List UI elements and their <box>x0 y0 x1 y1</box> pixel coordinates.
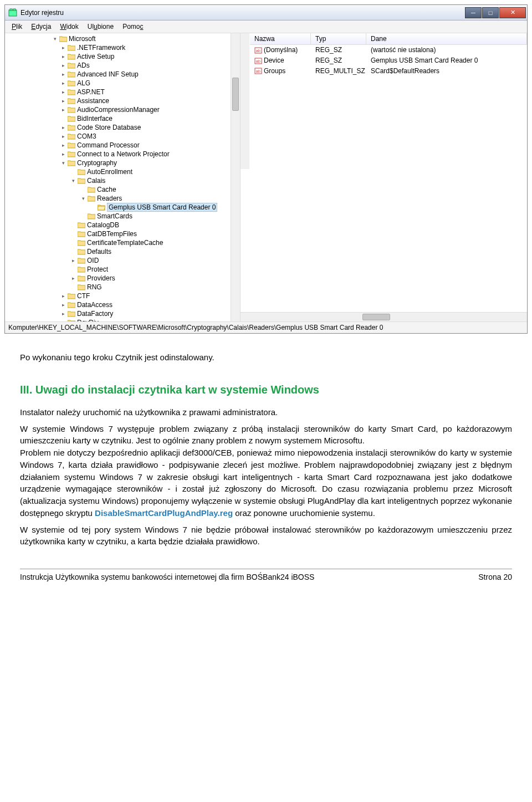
tree-expander-icon[interactable]: ▸ <box>60 320 66 322</box>
section-heading: III. Uwagi do instalacji czytnika kart w… <box>20 384 512 396</box>
tree-expander-icon <box>70 231 76 237</box>
tree-expander-icon <box>60 116 66 122</box>
tree-node[interactable]: ▾Cryptography <box>5 159 240 167</box>
tree-node[interactable]: ▸Command Processor <box>5 141 240 150</box>
tree-node[interactable]: Protect <box>5 265 240 274</box>
tree-node[interactable]: Defaults <box>5 247 240 256</box>
menu-pomoc[interactable]: Pomoc <box>118 22 147 32</box>
tree-node-label: DataFactory <box>77 310 113 318</box>
list-hscroll[interactable] <box>241 312 527 321</box>
menu-widok[interactable]: Widok <box>55 22 83 32</box>
svg-rect-0 <box>9 10 17 16</box>
tree-node[interactable]: ▸ALG <box>5 79 240 88</box>
tree-node-label: COM3 <box>77 132 96 140</box>
tree-expander-icon <box>70 284 76 290</box>
tree-expander-icon[interactable]: ▸ <box>60 125 66 131</box>
col-type[interactable]: Typ <box>311 33 366 44</box>
col-data[interactable]: Dane <box>366 33 527 44</box>
tree-node[interactable]: CatDBTempFiles <box>5 229 240 238</box>
tree-expander-icon[interactable]: ▾ <box>70 178 76 184</box>
folder-icon <box>88 195 95 202</box>
folder-icon <box>78 168 85 175</box>
list-row[interactable]: ab(Domyślna)REG_SZ(wartość nie ustalona) <box>250 45 527 55</box>
tree-node[interactable]: ▸DataFactory <box>5 309 240 318</box>
tree-node[interactable]: AutoEnrollment <box>5 167 240 176</box>
list-row[interactable]: abDeviceREG_SZGemplus USB Smart Card Rea… <box>250 55 527 66</box>
tree-expander-icon[interactable]: ▸ <box>60 71 66 78</box>
tree-expander-icon[interactable]: ▸ <box>60 45 66 51</box>
tree-node[interactable]: ▾Readers <box>5 194 240 203</box>
tree-node[interactable]: ▸Advanced INF Setup <box>5 70 240 79</box>
tree-node[interactable]: ▸CTF <box>5 292 240 300</box>
tree-expander-icon[interactable]: ▸ <box>60 89 66 95</box>
document-body: Po wykonaniu tego kroku Czytnik jest odi… <box>0 338 532 559</box>
tree-expander-icon[interactable]: ▸ <box>60 293 66 299</box>
tree-node[interactable]: RNG <box>5 283 240 292</box>
folder-icon <box>88 186 95 193</box>
tree-pane[interactable]: ▾Microsoft▸.NETFramework▸Active Setup▸AD… <box>5 33 241 321</box>
col-name[interactable]: Nazwa <box>250 33 311 44</box>
folder-icon <box>78 284 85 290</box>
tree-node[interactable]: Gemplus USB Smart Card Reader 0 <box>5 203 240 212</box>
tree-node-label: ALG <box>77 79 90 87</box>
tree-node[interactable]: ▾Microsoft <box>5 34 240 43</box>
tree-node[interactable]: ▸DevDiv <box>5 318 240 321</box>
list-row[interactable]: abGroupsREG_MULTI_SZSCard$DefaultReaders <box>250 66 527 76</box>
folder-icon <box>88 213 95 219</box>
tree-expander-icon[interactable]: ▸ <box>60 80 66 86</box>
tree-expander-icon[interactable]: ▸ <box>70 275 76 282</box>
tree-node[interactable]: ▸Code Store Database <box>5 123 240 132</box>
tree-node[interactable]: ▸ASP.NET <box>5 88 240 96</box>
tree-node[interactable]: ▸Providers <box>5 274 240 283</box>
minimize-button[interactable]: ─ <box>465 7 482 18</box>
tree-expander-icon[interactable]: ▸ <box>60 63 66 69</box>
tree-node[interactable]: ▸COM3 <box>5 132 240 141</box>
tree-node[interactable]: CertificateTemplateCache <box>5 238 240 247</box>
tree-expander-icon[interactable]: ▸ <box>60 107 66 113</box>
menu-ulubione[interactable]: Ulubione <box>83 22 118 32</box>
tree-expander-icon[interactable]: ▸ <box>60 134 66 140</box>
tree-node-label: .NETFramework <box>77 44 125 52</box>
svg-text:ab: ab <box>256 49 260 53</box>
tree-expander-icon[interactable]: ▾ <box>60 160 66 166</box>
tree-expander-icon[interactable]: ▾ <box>80 196 86 202</box>
tree-node[interactable]: ▸.NETFramework <box>5 43 240 52</box>
menu-edycja[interactable]: Edycja <box>27 22 55 32</box>
tree-expander-icon[interactable]: ▸ <box>60 302 66 308</box>
tree-node[interactable]: ▾Calais <box>5 176 240 185</box>
tree-expander-icon[interactable]: ▸ <box>60 311 66 317</box>
tree-node[interactable]: ▸AudioCompressionManager <box>5 105 240 114</box>
tree-expander-icon[interactable]: ▸ <box>70 258 76 264</box>
svg-rect-2 <box>13 9 16 11</box>
tree-node[interactable]: Cache <box>5 185 240 194</box>
tree-scrollbar[interactable] <box>231 33 240 321</box>
titlebar[interactable]: Edytor rejestru ─ □ ✕ <box>5 5 527 21</box>
tree-expander-icon[interactable]: ▸ <box>60 151 66 157</box>
tree-node-label: Providers <box>87 274 115 282</box>
tree-node-label: AutoEnrollment <box>87 168 132 176</box>
paragraph-1: Po wykonaniu tego kroku Czytnik jest odi… <box>20 351 512 364</box>
tree-expander-icon[interactable]: ▸ <box>60 98 66 104</box>
menu-plik[interactable]: Plik <box>7 22 27 32</box>
tree-expander-icon[interactable]: ▸ <box>60 54 66 60</box>
tree-node[interactable]: ▸DataAccess <box>5 300 240 309</box>
close-button[interactable]: ✕ <box>499 7 526 18</box>
tree-node[interactable]: ▸Assistance <box>5 96 240 105</box>
list-pane[interactable]: Nazwa Typ Dane ab(Domyślna)REG_SZ(wartoś… <box>241 33 527 321</box>
tree-expander-icon[interactable]: ▾ <box>52 36 58 42</box>
regedit-body: ▾Microsoft▸.NETFramework▸Active Setup▸AD… <box>5 33 527 321</box>
splitter-scrollbar[interactable] <box>240 33 249 169</box>
tree-node[interactable]: ▸ADs <box>5 61 240 70</box>
tree-node[interactable]: ▸Active Setup <box>5 52 240 61</box>
tree-node[interactable]: SmartCards <box>5 212 240 221</box>
tree-node-label: RNG <box>87 283 102 291</box>
maximize-button[interactable]: □ <box>482 7 499 18</box>
tree-node[interactable]: ▸OID <box>5 256 240 265</box>
tree-expander-icon[interactable]: ▸ <box>60 142 66 149</box>
tree-node[interactable]: BidInterface <box>5 114 240 123</box>
window-buttons: ─ □ ✕ <box>464 7 526 18</box>
tree-node[interactable]: CatalogDB <box>5 221 240 229</box>
tree-node[interactable]: ▸Connect to a Network Projector <box>5 150 240 159</box>
string-value-icon: ab <box>254 47 262 54</box>
reg-script-link[interactable]: DisableSmartCardPlugAndPlay.reg <box>95 508 233 518</box>
